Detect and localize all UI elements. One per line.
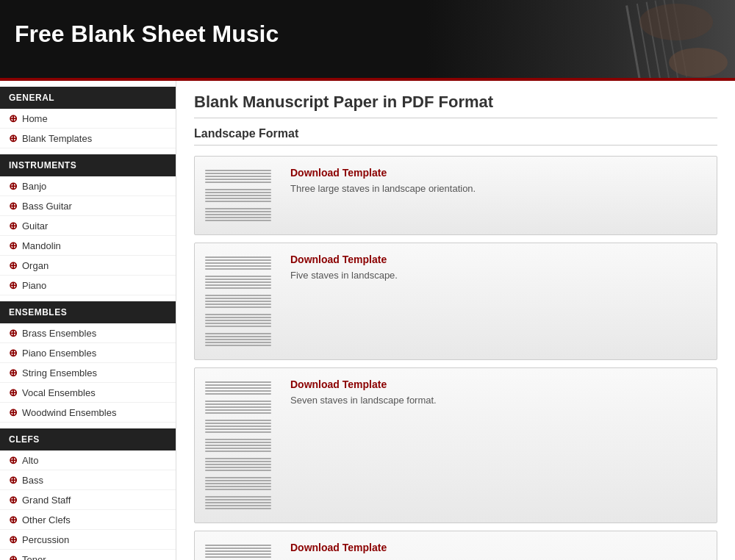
staff-line-group [205,439,279,452]
sidebar-item-grand-staff[interactable]: ⊕Grand Staff [0,490,176,510]
staff-line [205,445,271,446]
plus-circle-icon: ⊕ [9,454,18,466]
plus-circle-icon: ⊕ [9,474,18,486]
sidebar-item-blank-templates[interactable]: ⊕Blank Templates [0,129,176,148]
sidebar-item-home[interactable]: ⊕Home [0,109,176,129]
staff-line [205,496,271,498]
plus-circle-icon: ⊕ [9,180,18,192]
staff-line [205,317,271,318]
sidebar-item-label: Guitar [22,220,48,231]
sidebar-item-woodwind-ensembles[interactable]: ⊕Woodwind Ensembles [0,403,176,423]
staff-line [205,262,271,264]
staff-line [205,423,271,424]
staff-line [205,281,271,283]
sidebar-item-label: Piano Ensembles [22,348,96,359]
sidebar-section-instruments: INSTRUMENTS [0,154,176,176]
sidebar-item-label: Tenor [22,554,46,561]
staff-line [205,390,271,392]
sidebar-item-string-ensembles[interactable]: ⊕String Ensembles [0,363,176,383]
staff-line-group [205,477,279,490]
download-link-landscape-7stave[interactable]: Download Template [290,378,706,390]
staff-line [205,480,271,481]
template-info: Download TemplateThree large staves in l… [290,167,706,194]
plus-circle-icon: ⊕ [9,347,18,359]
staff-line [205,189,271,190]
sidebar-item-banjo[interactable]: ⊕Banjo [0,176,176,196]
sidebar-item-label: Banjo [22,181,46,192]
sidebar-item-guitar[interactable]: ⊕Guitar [0,216,176,236]
staff-line [205,192,271,193]
staff-line [205,550,271,552]
staff-line [205,323,271,324]
staff-line [205,179,271,180]
download-link-landscape-3stave[interactable]: Download Template [290,167,706,179]
sidebar-item-tenor[interactable]: ⊕Tenor [0,550,176,560]
staff-line-group [205,256,279,270]
sidebar-item-bass[interactable]: ⊕Bass [0,470,176,490]
sidebar-item-alto[interactable]: ⊕Alto [0,450,176,470]
staff-line [205,295,271,296]
template-info: Download TemplateSeven staves in landsca… [290,378,706,406]
staff-line-group [205,401,279,414]
download-link-landscape-5stave[interactable]: Download Template [290,254,706,265]
staff-line [205,381,271,383]
sidebar-item-brass-ensembles[interactable]: ⊕Brass Ensembles [0,323,176,343]
staff-line [205,208,271,209]
staff-line [205,556,271,558]
staff-line [205,442,271,443]
staff-line [205,505,271,506]
templates-container: Download TemplateThree large staves in l… [194,156,717,560]
sidebar-item-label: Grand Staff [22,495,71,506]
staff-line [205,306,271,308]
staff-line [205,401,271,402]
staff-line [205,448,271,449]
template-preview [205,254,279,349]
staff-line-group [205,381,279,395]
staff-line [205,320,271,321]
template-card-landscape-9stave: Download TemplateNine staves in landscap… [194,531,717,560]
staff-line [205,502,271,503]
template-card-landscape-5stave: Download TemplateFive staves in landscap… [194,243,717,360]
staff-line-group [205,295,279,308]
plus-circle-icon: ⊕ [9,387,18,398]
staff-line [205,326,271,327]
download-link-landscape-9stave[interactable]: Download Template [290,542,706,553]
sidebar-item-label: Brass Ensembles [22,328,96,339]
staff-line [205,409,271,411]
sidebar-item-vocal-ensembles[interactable]: ⊕Vocal Ensembles [0,383,176,403]
template-info: Download TemplateNine staves in landscap… [290,542,706,560]
sidebar-item-organ[interactable]: ⊕Organ [0,256,176,276]
sidebar-item-label: Organ [22,260,49,271]
staff-line [205,470,271,471]
staff-line [205,483,271,484]
sidebar-section-clefs: CLEFS [0,428,176,450]
sidebar-item-other-clefs[interactable]: ⊕Other Clefs [0,510,176,530]
plus-circle-icon: ⊕ [9,240,18,251]
staff-line [205,439,271,440]
template-card-landscape-3stave: Download TemplateThree large staves in l… [194,156,717,235]
staff-line [205,431,271,433]
staff-line [205,406,271,408]
sidebar-item-label: Other Clefs [22,514,71,525]
sidebar-item-piano-ensembles[interactable]: ⊕Piano Ensembles [0,343,176,363]
staff-line [205,287,271,289]
staff-line-group [205,170,279,183]
sidebar-item-piano[interactable]: ⊕Piano [0,276,176,295]
staff-line [205,545,271,546]
staff-line [205,458,271,459]
sidebar-item-percussion[interactable]: ⊕Percussion [0,530,176,550]
staff-line [205,256,271,258]
template-preview [205,167,279,224]
plus-circle-icon: ⊕ [9,553,18,560]
sidebar-item-bass-guitar[interactable]: ⊕Bass Guitar [0,196,176,216]
staff-line [205,279,271,280]
staff-line [205,195,271,196]
sidebar-item-mandolin[interactable]: ⊕Mandolin [0,236,176,256]
staff-line [205,284,271,286]
staff-line [205,298,271,299]
template-description: Five staves in landscape. [290,270,706,281]
staff-line-group [205,458,279,471]
staff-line [205,420,271,421]
staff-line [205,211,271,212]
staff-line [205,477,271,478]
